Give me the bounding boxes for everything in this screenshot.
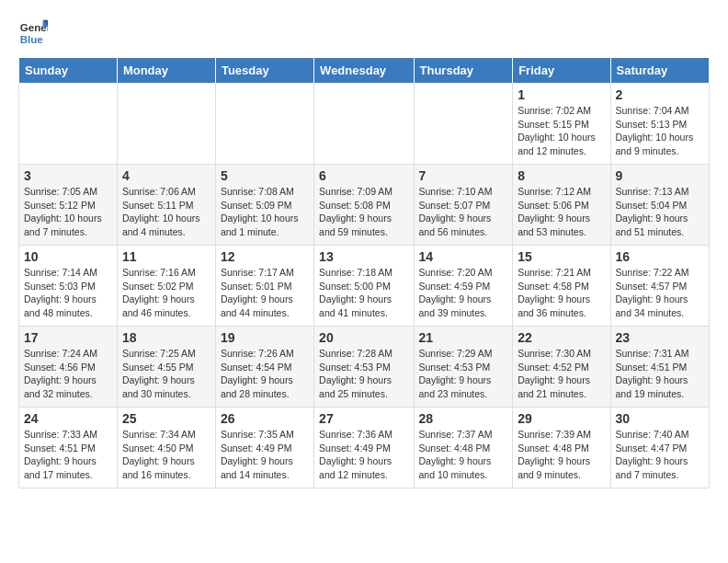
day-cell: [19, 84, 118, 165]
day-cell: 3Sunrise: 7:05 AM Sunset: 5:12 PM Daylig…: [19, 165, 118, 246]
day-info: Sunrise: 7:25 AM Sunset: 4:55 PM Dayligh…: [122, 347, 210, 401]
day-cell: 19Sunrise: 7:26 AM Sunset: 4:54 PM Dayli…: [215, 327, 313, 408]
day-cell: 26Sunrise: 7:35 AM Sunset: 4:49 PM Dayli…: [215, 408, 313, 488]
day-info: Sunrise: 7:06 AM Sunset: 5:11 PM Dayligh…: [122, 185, 210, 239]
day-info: Sunrise: 7:22 AM Sunset: 4:57 PM Dayligh…: [616, 266, 704, 320]
day-cell: 17Sunrise: 7:24 AM Sunset: 4:56 PM Dayli…: [19, 327, 118, 408]
day-number: 6: [319, 168, 408, 183]
header-row: SundayMondayTuesdayWednesdayThursdayFrid…: [19, 58, 710, 84]
day-info: Sunrise: 7:12 AM Sunset: 5:06 PM Dayligh…: [518, 185, 605, 239]
day-info: Sunrise: 7:35 AM Sunset: 4:49 PM Dayligh…: [221, 428, 309, 482]
day-cell: 27Sunrise: 7:36 AM Sunset: 4:49 PM Dayli…: [314, 408, 414, 488]
header-cell-wednesday: Wednesday: [314, 58, 414, 84]
day-number: 27: [319, 411, 408, 426]
day-info: Sunrise: 7:28 AM Sunset: 4:53 PM Dayligh…: [319, 347, 408, 401]
day-number: 8: [518, 168, 605, 183]
day-info: Sunrise: 7:14 AM Sunset: 5:03 PM Dayligh…: [24, 266, 112, 320]
day-number: 26: [221, 411, 309, 426]
day-number: 22: [518, 330, 605, 345]
day-number: 3: [24, 168, 112, 183]
day-number: 13: [319, 249, 408, 264]
day-cell: 29Sunrise: 7:39 AM Sunset: 4:48 PM Dayli…: [513, 408, 610, 488]
day-cell: 16Sunrise: 7:22 AM Sunset: 4:57 PM Dayli…: [610, 246, 709, 327]
day-number: 12: [221, 249, 309, 264]
day-info: Sunrise: 7:26 AM Sunset: 4:54 PM Dayligh…: [221, 347, 309, 401]
day-cell: 15Sunrise: 7:21 AM Sunset: 4:58 PM Dayli…: [513, 246, 610, 327]
day-number: 2: [616, 87, 704, 102]
day-info: Sunrise: 7:30 AM Sunset: 4:52 PM Dayligh…: [518, 347, 605, 401]
day-cell: 24Sunrise: 7:33 AM Sunset: 4:51 PM Dayli…: [19, 408, 118, 488]
header-cell-tuesday: Tuesday: [215, 58, 313, 84]
day-cell: [314, 84, 414, 165]
day-number: 28: [419, 411, 508, 426]
day-cell: 25Sunrise: 7:34 AM Sunset: 4:50 PM Dayli…: [117, 408, 215, 488]
page-header: General Blue: [18, 18, 710, 48]
day-info: Sunrise: 7:20 AM Sunset: 4:59 PM Dayligh…: [419, 266, 508, 320]
header-cell-monday: Monday: [117, 58, 215, 84]
day-number: 23: [616, 330, 704, 345]
day-cell: 11Sunrise: 7:16 AM Sunset: 5:02 PM Dayli…: [117, 246, 215, 327]
day-number: 18: [122, 330, 210, 345]
day-info: Sunrise: 7:17 AM Sunset: 5:01 PM Dayligh…: [221, 266, 309, 320]
day-number: 20: [319, 330, 408, 345]
day-cell: 28Sunrise: 7:37 AM Sunset: 4:48 PM Dayli…: [414, 408, 513, 488]
day-info: Sunrise: 7:08 AM Sunset: 5:09 PM Dayligh…: [221, 185, 309, 239]
day-number: 1: [518, 87, 605, 102]
logo: General Blue: [18, 18, 51, 48]
day-info: Sunrise: 7:16 AM Sunset: 5:02 PM Dayligh…: [122, 266, 210, 320]
day-number: 29: [518, 411, 605, 426]
day-cell: 30Sunrise: 7:40 AM Sunset: 4:47 PM Dayli…: [610, 408, 709, 488]
day-cell: 1Sunrise: 7:02 AM Sunset: 5:15 PM Daylig…: [513, 84, 610, 165]
day-number: 11: [122, 249, 210, 264]
day-cell: 9Sunrise: 7:13 AM Sunset: 5:04 PM Daylig…: [610, 165, 709, 246]
day-number: 5: [221, 168, 309, 183]
day-info: Sunrise: 7:09 AM Sunset: 5:08 PM Dayligh…: [319, 185, 408, 239]
day-number: 21: [419, 330, 508, 345]
day-cell: 22Sunrise: 7:30 AM Sunset: 4:52 PM Dayli…: [513, 327, 610, 408]
day-cell: 14Sunrise: 7:20 AM Sunset: 4:59 PM Dayli…: [414, 246, 513, 327]
day-number: 19: [221, 330, 309, 345]
day-number: 30: [616, 411, 704, 426]
day-cell: 4Sunrise: 7:06 AM Sunset: 5:11 PM Daylig…: [117, 165, 215, 246]
day-number: 25: [122, 411, 210, 426]
week-row-1: 1Sunrise: 7:02 AM Sunset: 5:15 PM Daylig…: [19, 84, 710, 165]
day-cell: 20Sunrise: 7:28 AM Sunset: 4:53 PM Dayli…: [314, 327, 414, 408]
header-cell-friday: Friday: [513, 58, 610, 84]
week-row-2: 3Sunrise: 7:05 AM Sunset: 5:12 PM Daylig…: [19, 165, 710, 246]
day-number: 15: [518, 249, 605, 264]
week-row-3: 10Sunrise: 7:14 AM Sunset: 5:03 PM Dayli…: [19, 246, 710, 327]
day-info: Sunrise: 7:13 AM Sunset: 5:04 PM Dayligh…: [616, 185, 704, 239]
calendar-table: SundayMondayTuesdayWednesdayThursdayFrid…: [18, 57, 710, 488]
day-cell: 23Sunrise: 7:31 AM Sunset: 4:51 PM Dayli…: [610, 327, 709, 408]
header-cell-thursday: Thursday: [414, 58, 513, 84]
day-number: 24: [24, 411, 112, 426]
day-info: Sunrise: 7:33 AM Sunset: 4:51 PM Dayligh…: [24, 428, 112, 482]
day-info: Sunrise: 7:36 AM Sunset: 4:49 PM Dayligh…: [319, 428, 408, 482]
day-number: 9: [616, 168, 704, 183]
day-info: Sunrise: 7:40 AM Sunset: 4:47 PM Dayligh…: [616, 428, 704, 482]
day-cell: 6Sunrise: 7:09 AM Sunset: 5:08 PM Daylig…: [314, 165, 414, 246]
day-number: 14: [419, 249, 508, 264]
day-cell: 8Sunrise: 7:12 AM Sunset: 5:06 PM Daylig…: [513, 165, 610, 246]
day-cell: 12Sunrise: 7:17 AM Sunset: 5:01 PM Dayli…: [215, 246, 313, 327]
day-number: 16: [616, 249, 704, 264]
day-cell: [117, 84, 215, 165]
header-cell-sunday: Sunday: [19, 58, 118, 84]
day-number: 17: [24, 330, 112, 345]
day-info: Sunrise: 7:05 AM Sunset: 5:12 PM Dayligh…: [24, 185, 112, 239]
day-number: 7: [419, 168, 508, 183]
day-info: Sunrise: 7:24 AM Sunset: 4:56 PM Dayligh…: [24, 347, 112, 401]
calendar-header: SundayMondayTuesdayWednesdayThursdayFrid…: [19, 58, 710, 84]
day-cell: 13Sunrise: 7:18 AM Sunset: 5:00 PM Dayli…: [314, 246, 414, 327]
day-info: Sunrise: 7:34 AM Sunset: 4:50 PM Dayligh…: [122, 428, 210, 482]
week-row-4: 17Sunrise: 7:24 AM Sunset: 4:56 PM Dayli…: [19, 327, 710, 408]
week-row-5: 24Sunrise: 7:33 AM Sunset: 4:51 PM Dayli…: [19, 408, 710, 488]
day-info: Sunrise: 7:18 AM Sunset: 5:00 PM Dayligh…: [319, 266, 408, 320]
day-info: Sunrise: 7:29 AM Sunset: 4:53 PM Dayligh…: [419, 347, 508, 401]
day-cell: [215, 84, 313, 165]
svg-text:Blue: Blue: [20, 34, 44, 45]
day-cell: 10Sunrise: 7:14 AM Sunset: 5:03 PM Dayli…: [19, 246, 118, 327]
day-cell: 7Sunrise: 7:10 AM Sunset: 5:07 PM Daylig…: [414, 165, 513, 246]
day-cell: 5Sunrise: 7:08 AM Sunset: 5:09 PM Daylig…: [215, 165, 313, 246]
calendar-body: 1Sunrise: 7:02 AM Sunset: 5:15 PM Daylig…: [19, 84, 710, 488]
